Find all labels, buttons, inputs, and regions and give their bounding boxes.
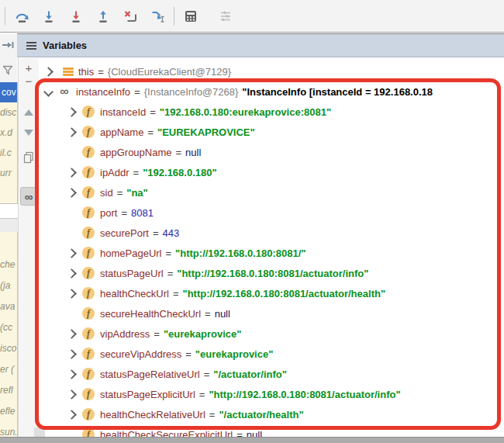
chevron-right-icon[interactable] [66,391,77,398]
chevron-right-icon[interactable] [66,351,77,358]
variable-row[interactable]: fport=8081 [39,202,504,223]
remove-watch-button[interactable]: − [20,73,37,88]
variable-row[interactable]: fsecureVipAddress="eurekaprovice" [39,344,504,364]
watches-toolbar: + − ∞ [18,58,39,437]
variable-value: "192.168.0.180" [143,167,216,178]
stack-frame-fragment[interactable]: isco [0,338,17,359]
variable-value: "/actuator/info" [213,369,287,380]
stack-frame-fragment[interactable]: che [0,254,17,275]
chevron-right-icon[interactable] [66,189,77,196]
this-variable-row[interactable]: this = {CloudEurekaClient@7129} [39,61,504,81]
stack-frame-fragment[interactable]: disc [0,102,17,123]
chevron-right-icon[interactable] [66,270,77,277]
field-icon: f [82,267,95,279]
equals-sign: = [209,409,216,421]
stack-frame-fragment[interactable]: er ( [0,359,17,380]
chevron-right-icon[interactable] [66,169,77,176]
variable-name: appName [100,126,143,138]
frames-fragments-bottom: che(jaava(cciscoer (refleflesun. [0,254,17,443]
scrollbar-stub[interactable] [34,427,45,437]
field-rows: finstanceId="192.168.0.180:eurekaprovice… [39,102,504,437]
field-icon: f [82,247,95,259]
chevron-right-icon[interactable] [66,250,77,257]
duplicate-watch-button[interactable] [20,150,37,165]
variable-name: secureHealthCheckUrl [100,308,201,320]
stack-frame-fragment[interactable]: x.d [0,123,17,143]
run-to-cursor-button[interactable] [147,5,168,27]
variable-row[interactable]: fsecurePort=443 [39,223,504,243]
field-icon: f [82,348,95,360]
chevron-right-icon[interactable] [66,109,77,116]
variable-row[interactable]: fipAddr="192.168.0.180" [39,162,504,182]
variable-value: "192.168.0.180:eurekaprovice:8081" [160,106,331,118]
variable-row[interactable]: fhealthCheckSecureExplicitUrl=null [39,424,504,437]
stack-frame-fragment[interactable]: urr [0,163,17,183]
selected-stack-frame[interactable]: cov [0,82,17,102]
variable-row[interactable]: fhomePageUrl="http://192.168.0.180:8081/… [39,243,504,263]
frames-fragments-top: discx.dil.curr [0,102,17,183]
debugger-window: Variables cov discx.dil.curr che(jaava(c… [0,0,504,443]
drop-frame-icon [123,9,138,24]
evaluate-expression-button[interactable] [180,5,202,27]
equals-sign: = [236,429,243,438]
stack-frame-fragment[interactable]: (cc [0,317,17,338]
field-icon: f [82,388,95,400]
variable-value: "EUREKAPROVICE" [157,126,255,138]
stack-frame-fragment[interactable]: (ja [0,275,17,296]
equals-sign: = [173,288,179,299]
drop-frame-button[interactable] [119,5,141,27]
object-reference: {CloudEurekaClient@7129} [108,66,231,78]
variable-name: this [78,66,94,78]
variable-name: ipAddr [100,167,129,178]
stack-frame-fragment[interactable]: efle [0,401,17,422]
variable-row[interactable]: fsecureHealthCheckUrl=null [39,303,504,324]
variable-value: "http://192.168.0.180:8081/actuator/info… [209,389,400,400]
variable-name: healthCheckUrl [100,288,169,299]
field-icon: f [82,227,95,239]
field-icon: f [82,106,95,118]
variable-row[interactable]: fhealthCheckRelativeUrl="/actuator/healt… [39,404,504,424]
stack-frame-fragment[interactable]: il.c [0,143,17,163]
chevron-right-icon[interactable] [66,411,77,418]
variable-name: sid [100,187,113,199]
move-watch-up-button[interactable] [20,105,37,120]
equals-sign: = [167,268,174,279]
variable-row[interactable]: finstanceId="192.168.0.180:eurekaprovice… [39,102,504,122]
step-into-button[interactable] [38,5,60,27]
step-out-icon [95,9,111,24]
filter-button[interactable] [2,64,16,78]
stack-frame-fragment[interactable]: ava [0,296,17,317]
chevron-down-icon[interactable] [43,88,54,95]
triangle-up-icon [24,109,33,116]
variable-row[interactable]: fvipAddress="eurekaprovice" [39,324,504,344]
variable-value: "/actuator/health" [219,409,303,421]
run-to-cursor-icon [150,9,165,24]
chevron-right-icon[interactable] [66,331,77,337]
chevron-right-icon[interactable] [66,290,77,297]
frames-panel-gap-block [0,218,18,232]
chevron-right-icon[interactable] [66,129,77,136]
variable-row[interactable]: fappName="EUREKAPROVICE" [39,122,504,142]
show-execution-point-button[interactable] [2,39,16,53]
show-watches-toggle-button[interactable]: ∞ [20,187,37,206]
variable-row[interactable]: fstatusPageUrl="http://192.168.0.180:808… [39,263,504,283]
chevron-right-icon[interactable] [66,371,77,378]
equals-sign: = [199,389,205,400]
move-watch-down-button[interactable] [20,125,37,140]
equals-sign: = [133,167,140,178]
equals-sign: = [134,86,140,98]
chevron-right-icon[interactable] [43,68,54,75]
object-tostring-preview: "InstanceInfo [instanceId = 192.168.0.18 [242,86,433,98]
step-out-button[interactable] [92,5,114,27]
variable-row[interactable]: fstatusPageRelativeUrl="/actuator/info" [39,364,504,384]
instance-info-watch-row[interactable]: ∞ instanceInfo = {InstanceInfo@7268} "In… [39,81,504,102]
panel-menu-icon[interactable] [26,42,36,50]
variable-row[interactable]: fhealthCheckUrl="http://192.168.0.180:80… [39,283,504,303]
step-over-button[interactable] [11,5,33,27]
variable-row[interactable]: fappGroupName=null [39,142,504,162]
stack-frame-fragment[interactable]: refl [0,380,17,401]
variable-row[interactable]: fstatusPageExplicitUrl="http://192.168.0… [39,384,504,404]
force-step-into-button[interactable] [65,5,87,27]
variable-row[interactable]: fsid="na" [39,182,504,202]
equals-sign: = [205,308,211,320]
